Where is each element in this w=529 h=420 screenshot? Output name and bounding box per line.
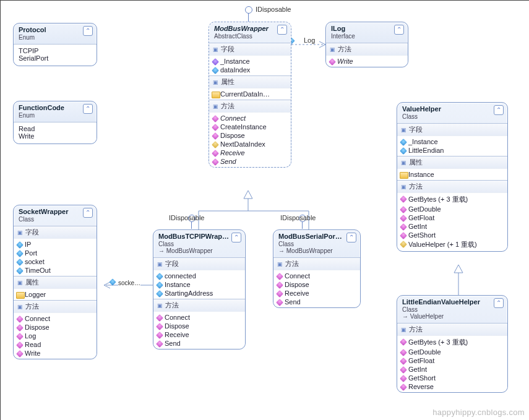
class-box-protocol[interactable]: Protocol Enum ⌃ TCPIP SerialPort — [13, 23, 97, 66]
collapse-icon[interactable]: ⌃ — [494, 298, 504, 308]
lollipop-label-idisposable: IDisposable — [256, 6, 291, 13]
section-title[interactable]: 方法 — [209, 100, 291, 113]
collapse-icon[interactable]: ⌃ — [277, 25, 287, 35]
enum-item: Write — [19, 132, 92, 140]
method-icon — [212, 150, 219, 157]
method-icon — [156, 340, 163, 348]
section-title[interactable]: 方法 — [397, 324, 507, 336]
section-methods: 方法 Connect Dispose Receive Send — [153, 299, 245, 349]
method-item: Write — [14, 349, 97, 358]
lollipop-stick — [191, 221, 192, 229]
field-item: socket — [14, 257, 97, 266]
socket-assoc-icon — [110, 279, 116, 285]
class-box-socketwrapper[interactable]: SocketWrapper Class ⌃ 字段 IP Port socket … — [13, 205, 97, 359]
section-title[interactable]: 方法 — [153, 299, 245, 312]
class-name: FunctionCode — [19, 104, 92, 111]
method-item: Dispose — [14, 323, 97, 332]
enum-item: Read — [19, 125, 92, 132]
method-item: GetDouble — [397, 205, 507, 213]
collapse-icon[interactable]: ⌃ — [231, 233, 241, 242]
method-item: Receive — [153, 330, 245, 339]
method-icon — [400, 358, 407, 365]
method-icon — [400, 384, 407, 391]
method-icon — [400, 232, 407, 239]
section-title[interactable]: 方法 — [14, 301, 97, 313]
method-item: Read — [14, 340, 97, 349]
method-icon — [400, 338, 407, 346]
section-title[interactable]: 方法 — [273, 258, 360, 270]
collapse-icon[interactable]: ⌃ — [83, 208, 93, 218]
method-icon — [400, 223, 407, 231]
lollipop-idisposable-wrapper — [245, 6, 252, 14]
class-box-functioncode[interactable]: FunctionCode Enum ⌃ Read Write — [13, 101, 97, 144]
method-icon — [156, 323, 163, 330]
method-item: Log — [14, 332, 97, 340]
field-icon — [212, 67, 219, 74]
class-base: ModBusWrapper — [278, 247, 355, 254]
collapse-icon[interactable]: ⌃ — [83, 104, 93, 114]
enum-items: TCPIP SerialPort — [14, 44, 97, 66]
method-item: Receive — [209, 148, 291, 157]
box-header: ModBusTCPIPWrap… Class ModBusWrapper ⌃ — [153, 230, 245, 257]
collapse-icon[interactable]: ⌃ — [346, 233, 356, 242]
box-header: FunctionCode Enum ⌃ — [14, 101, 97, 122]
field-icon — [156, 290, 163, 298]
class-box-modbustcp[interactable]: ModBusTCPIPWrap… Class ModBusWrapper ⌃ 字… — [153, 229, 246, 349]
class-name: ILog — [331, 25, 403, 32]
section-methods: 方法 Connect CreateInstance Dispose NextDa… — [209, 100, 291, 167]
method-icon — [400, 206, 407, 213]
method-icon — [16, 333, 24, 340]
method-item: Connect — [14, 314, 97, 323]
method-icon — [400, 195, 407, 203]
method-icon — [400, 375, 407, 382]
section-title[interactable]: 字段 — [397, 124, 507, 136]
class-base: ModBusWrapper — [158, 247, 240, 254]
method-item: GetShort — [397, 231, 507, 239]
section-title[interactable]: 字段 — [153, 258, 245, 270]
class-kind: Class — [402, 113, 502, 120]
class-box-littleendian[interactable]: LittleEndianValueHelper Class ValueHelpe… — [397, 295, 508, 393]
section-title[interactable]: 字段 — [14, 226, 97, 239]
collapse-icon[interactable]: ⌃ — [394, 25, 404, 35]
field-icon — [156, 281, 163, 289]
field-item: dataIndex — [209, 66, 291, 74]
collapse-icon[interactable]: ⌃ — [83, 26, 93, 36]
section-methods: 方法 GetBytes (+ 3 重载) GetDouble GetFloat … — [397, 180, 507, 251]
class-box-valuehelper[interactable]: ValueHelper Class ⌃ 字段 _Instance LittleE… — [397, 102, 508, 252]
section-title[interactable]: 属性 — [209, 76, 291, 88]
method-icon — [400, 366, 407, 374]
enum-item: TCPIP — [19, 47, 92, 54]
box-header: ModBusWrapper AbstractClass ⌃ — [209, 22, 291, 43]
watermark: happyhippy.cnblogs.com — [432, 408, 525, 417]
lollipop-stick — [302, 221, 303, 229]
section-fields: 字段 connected Instance StartingAddress — [153, 257, 245, 299]
method-icon — [212, 115, 219, 122]
class-box-modbuswrapper[interactable]: ModBusWrapper AbstractClass ⌃ 字段 _Instan… — [209, 22, 291, 168]
class-box-modbusserial[interactable]: ModBusSerialPor… Class ModBusWrapper ⌃ 方… — [273, 229, 361, 308]
svg-marker-0 — [244, 191, 252, 199]
method-item: Reverse — [397, 382, 507, 391]
class-kind: Class — [278, 241, 355, 247]
prop-item: Instance — [397, 170, 507, 179]
section-title[interactable]: 属性 — [14, 276, 97, 289]
method-item: CreateInstance — [209, 122, 291, 131]
box-header: SocketWrapper Class ⌃ — [14, 205, 97, 226]
section-title[interactable]: 方法 — [326, 43, 408, 56]
method-icon — [400, 215, 407, 222]
class-box-ilog[interactable]: ILog Interface ⌃ 方法 Write — [325, 22, 408, 67]
class-name: ModBusWrapper — [214, 25, 286, 32]
field-icon — [16, 259, 24, 266]
method-item: GetInt — [397, 365, 507, 374]
method-item: Receive — [273, 289, 360, 298]
method-item: Send — [273, 298, 360, 306]
section-title[interactable]: 字段 — [209, 43, 291, 56]
class-kind: AbstractClass — [214, 33, 286, 40]
collapse-icon[interactable]: ⌃ — [494, 105, 504, 115]
class-kind: Interface — [331, 33, 403, 40]
method-icon — [329, 58, 336, 66]
section-methods: 方法 Connect Dispose Receive Send — [273, 257, 360, 307]
class-kind: Class — [158, 241, 240, 247]
section-title[interactable]: 属性 — [397, 156, 507, 169]
class-name: ModBusTCPIPWrap… — [158, 233, 240, 240]
section-title[interactable]: 方法 — [397, 181, 507, 193]
